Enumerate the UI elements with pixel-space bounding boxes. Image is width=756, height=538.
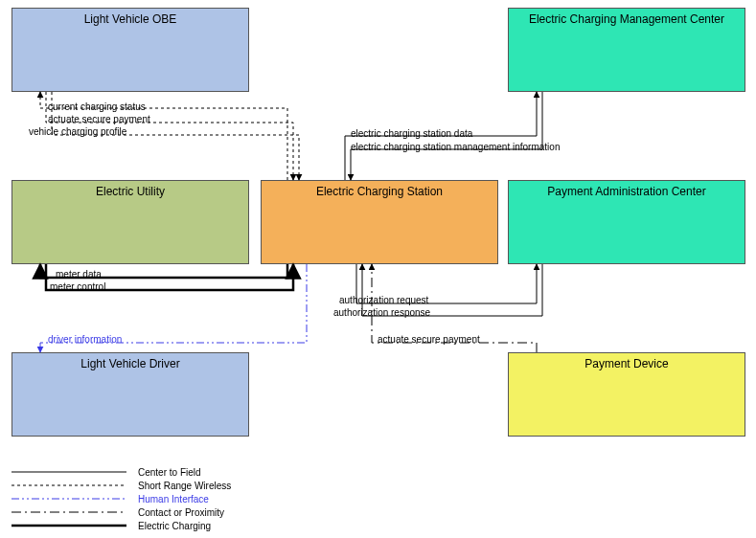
node-label: Payment Administration Center: [547, 185, 705, 198]
flow-label: authorization request: [339, 295, 428, 305]
flow-label: actuate secure payment: [48, 114, 150, 124]
legend-line-icon: [11, 494, 126, 504]
node-label: Electric Charging Management Center: [529, 12, 724, 26]
node-label: Electric Charging Station: [316, 185, 443, 198]
legend-label: Human Interface: [138, 494, 209, 504]
flow-label: electric charging station data: [351, 128, 472, 139]
node-payment-admin-center: Payment Administration Center: [508, 180, 745, 264]
node-payment-device: Payment Device: [508, 352, 745, 437]
node-label: Electric Utility: [96, 185, 165, 198]
legend-label: Center to Field: [138, 467, 201, 478]
flow-label: vehicle charging profile: [29, 126, 126, 137]
node-label: Light Vehicle OBE: [84, 12, 177, 26]
flow-label: current charging status: [48, 101, 146, 112]
node-electric-charging-station: Electric Charging Station: [261, 180, 498, 264]
node-ec-management-center: Electric Charging Management Center: [508, 8, 745, 92]
node-light-vehicle-obe: Light Vehicle OBE: [11, 8, 249, 92]
flow-label: electric charging station management inf…: [351, 142, 560, 152]
flow-label: meter data: [56, 269, 102, 280]
node-label: Payment Device: [584, 357, 668, 370]
node-light-vehicle-driver: Light Vehicle Driver: [11, 352, 249, 437]
diagram-stage: Light Vehicle OBE Electric Charging Mana…: [0, 0, 756, 538]
legend-label: Contact or Proximity: [138, 507, 224, 518]
legend-label: Electric Charging: [138, 521, 211, 531]
legend-row: Electric Charging: [11, 519, 231, 532]
flow-label: meter control: [50, 281, 105, 292]
legend-row: Center to Field: [11, 465, 231, 479]
flow-label: driver information: [48, 334, 122, 345]
legend: Center to Field Short Range Wireless Hum…: [11, 465, 231, 532]
legend-row: Short Range Wireless: [11, 479, 231, 492]
legend-row: Human Interface: [11, 492, 231, 505]
node-label: Light Vehicle Driver: [80, 357, 179, 370]
legend-line-icon: [11, 481, 126, 490]
legend-line-icon: [11, 507, 126, 517]
node-electric-utility: Electric Utility: [11, 180, 249, 264]
flow-label: actuate secure payment: [378, 334, 480, 345]
legend-row: Contact or Proximity: [11, 505, 231, 519]
legend-line-icon: [11, 521, 126, 530]
legend-label: Short Range Wireless: [138, 481, 231, 491]
flow-label: authorization response: [333, 307, 430, 318]
legend-line-icon: [11, 467, 126, 477]
